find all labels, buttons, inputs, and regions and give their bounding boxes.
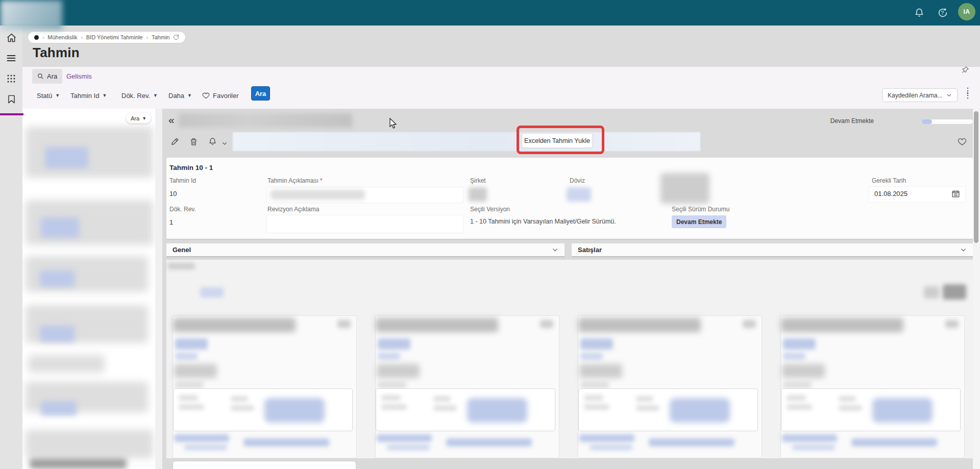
filter-more-dropdown[interactable]: Daha▼ [168, 89, 192, 102]
calendar-icon[interactable] [951, 189, 961, 199]
redacted-card-link[interactable] [580, 353, 603, 360]
redacted-card-menu[interactable] [337, 320, 351, 328]
refresh-icon[interactable] [173, 34, 179, 40]
app-root: ? IA › Mühendislik › BID Yönetimi Tahmin… [0, 0, 980, 469]
redacted-box-button[interactable] [467, 398, 527, 423]
home-icon[interactable] [6, 32, 17, 43]
delete-trash-icon[interactable] [188, 136, 199, 146]
record-title: Tahmin 10 - 1 [169, 164, 213, 171]
redacted-card-link[interactable] [175, 338, 208, 350]
redacted-action-link[interactable] [200, 287, 224, 298]
chevron-down-icon [946, 92, 952, 98]
more-actions-kebab-icon[interactable]: ⋮⋮ [964, 88, 972, 97]
redacted-card-link[interactable] [174, 434, 229, 442]
saved-search-dropdown[interactable]: Kaydedilen Arama... [882, 88, 958, 102]
section-satislar-header[interactable]: Satışlar [572, 243, 973, 257]
search-submit-button[interactable]: Ara [251, 86, 270, 101]
redacted-card-link[interactable] [782, 434, 837, 442]
redacted-card-text [579, 364, 622, 378]
chevron-down-icon [960, 246, 967, 253]
redacted-company-value [469, 187, 487, 202]
redacted-card-link[interactable] [590, 445, 632, 450]
filter-tahmin-id-dropdown[interactable]: Tahmin Id▼ [70, 89, 107, 102]
apps-grid-icon[interactable] [6, 73, 17, 84]
redacted-card-label [580, 381, 609, 388]
pin-icon[interactable] [962, 66, 969, 73]
redacted-box-button[interactable] [670, 398, 730, 423]
redacted-card-link[interactable] [243, 438, 329, 447]
redacted-card-link[interactable] [783, 353, 805, 360]
sidebar-sort-dropdown[interactable]: Ara▼ [126, 113, 151, 124]
redacted-control-button[interactable] [943, 284, 966, 300]
card-summary-box [376, 388, 555, 431]
redacted-card-link[interactable] [649, 438, 734, 447]
menu-icon[interactable] [6, 53, 17, 64]
redacted-result-link[interactable] [41, 401, 77, 415]
redacted-card-link[interactable] [387, 445, 430, 450]
redacted-card-link[interactable] [184, 445, 227, 450]
redacted-card-link[interactable] [783, 338, 816, 350]
redacted-result-link[interactable] [41, 217, 79, 238]
redacted-box-label [179, 395, 198, 401]
collapse-panel-icon[interactable]: « [168, 114, 175, 126]
favorites-toggle[interactable]: Favoriler [202, 89, 239, 102]
tab-search[interactable]: Ara [32, 69, 62, 84]
user-avatar[interactable]: IA [958, 3, 975, 20]
favorite-heart-icon[interactable] [958, 137, 968, 147]
filter-dok-rev-dropdown[interactable]: Dök. Rev.▼ [121, 89, 158, 102]
field-value: 10 [169, 190, 177, 198]
workspace: Ara▼ « Devam Etmekte [22, 109, 980, 469]
status-badge: Devam Etmekte [672, 215, 726, 228]
redacted-box-label [584, 395, 603, 401]
redacted-card-link[interactable] [378, 338, 410, 350]
estimate-version-card[interactable] [375, 315, 559, 458]
alert-bell-icon[interactable] [207, 136, 217, 146]
redacted-card-link[interactable] [792, 445, 835, 450]
breadcrumb-item[interactable]: Tahmin [152, 34, 169, 40]
redacted-box-button[interactable] [264, 398, 325, 423]
scrollbar-thumb[interactable] [974, 111, 978, 243]
estimate-version-card[interactable] [578, 315, 762, 458]
card-summary-box [173, 388, 353, 431]
breadcrumb[interactable]: › Mühendislik › BID Yönetimi Tahminle › … [28, 32, 185, 43]
field-label: Dök. Rev. [169, 206, 196, 213]
filter-status-dropdown[interactable]: Statü▼ [37, 89, 60, 102]
edit-pencil-icon[interactable] [169, 136, 180, 146]
tab-advanced[interactable]: Gelismis [66, 72, 92, 80]
redacted-card-link[interactable] [580, 338, 613, 350]
revision-description-input[interactable] [266, 215, 463, 233]
redacted-card-menu[interactable] [540, 320, 553, 328]
redacted-box-button[interactable] [872, 398, 933, 423]
redacted-result-link[interactable] [40, 270, 75, 287]
upload-from-excel-button[interactable]: Excelden Tahmin Yukle [522, 133, 593, 148]
bookmark-icon[interactable] [6, 93, 17, 105]
redacted-card-link[interactable] [446, 438, 532, 447]
section-genel-header[interactable]: Genel [166, 243, 565, 257]
estimate-version-card[interactable] [780, 315, 965, 458]
estimate-version-card[interactable] [173, 315, 357, 458]
redacted-control[interactable] [924, 286, 939, 299]
redacted-card-menu[interactable] [743, 320, 756, 328]
redacted-card-link[interactable] [579, 434, 634, 442]
results-sidebar: Ara▼ [22, 109, 155, 469]
bell-chevron-down-icon[interactable] [219, 138, 230, 149]
redacted-card-link[interactable] [175, 353, 198, 360]
redacted-box-value [231, 396, 248, 402]
help-icon[interactable]: ? [935, 5, 950, 20]
redacted-card-link[interactable] [378, 353, 400, 360]
notifications-bell-icon[interactable] [912, 5, 927, 20]
redacted-card-link[interactable] [851, 438, 937, 447]
version-cards-row [173, 315, 967, 458]
card-summary-box [578, 388, 758, 431]
redacted-description-value [271, 190, 365, 200]
breadcrumb-item[interactable]: Mühendislik [47, 34, 77, 40]
redacted-result-link[interactable] [40, 326, 75, 342]
redacted-card-link[interactable] [377, 434, 432, 442]
redacted-result-link[interactable] [45, 147, 88, 168]
redacted-box-label [584, 404, 609, 410]
redacted-card-menu[interactable] [945, 320, 959, 328]
redacted-box-value [433, 405, 457, 411]
status-progress-bar [922, 119, 973, 124]
vertical-scrollbar[interactable] [973, 109, 980, 469]
breadcrumb-item[interactable]: BID Yönetimi Tahminle [86, 34, 143, 40]
